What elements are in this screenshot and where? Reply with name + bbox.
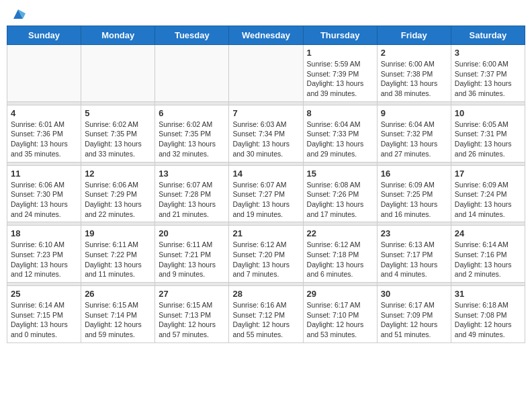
cell-info: Sunrise: 6:18 AM Sunset: 7:08 PM Dayligh…	[455, 300, 521, 340]
weekday-header: Tuesday	[155, 26, 229, 45]
cell-date-number: 28	[232, 289, 299, 299]
cell-date-number: 31	[455, 289, 521, 299]
calendar-cell: 23Sunrise: 6:13 AM Sunset: 7:17 PM Dayli…	[377, 226, 451, 283]
calendar-cell	[7, 45, 81, 102]
calendar-cell	[229, 45, 303, 102]
cell-info: Sunrise: 6:05 AM Sunset: 7:31 PM Dayligh…	[455, 120, 521, 159]
calendar-cell: 14Sunrise: 6:07 AM Sunset: 7:27 PM Dayli…	[229, 165, 303, 222]
cell-date-number: 24	[455, 228, 521, 238]
cell-info: Sunrise: 6:06 AM Sunset: 7:30 PM Dayligh…	[11, 180, 77, 220]
cell-date-number: 14	[232, 169, 299, 179]
calendar-cell: 7Sunrise: 6:03 AM Sunset: 7:34 PM Daylig…	[229, 105, 303, 162]
calendar-cell: 22Sunrise: 6:12 AM Sunset: 7:18 PM Dayli…	[303, 226, 377, 283]
calendar-cell: 20Sunrise: 6:11 AM Sunset: 7:21 PM Dayli…	[155, 226, 229, 283]
cell-info: Sunrise: 6:14 AM Sunset: 7:16 PM Dayligh…	[455, 240, 521, 279]
cell-date-number: 19	[85, 228, 151, 238]
cell-date-number: 7	[232, 108, 299, 118]
calendar-week-row: 1Sunrise: 5:59 AM Sunset: 7:39 PM Daylig…	[7, 45, 525, 102]
weekday-header: Saturday	[451, 26, 525, 45]
cell-info: Sunrise: 6:07 AM Sunset: 7:27 PM Dayligh…	[232, 180, 299, 220]
weekday-header: Thursday	[303, 26, 377, 45]
cell-info: Sunrise: 6:12 AM Sunset: 7:20 PM Dayligh…	[232, 240, 299, 279]
calendar-cell: 29Sunrise: 6:17 AM Sunset: 7:10 PM Dayli…	[303, 286, 377, 343]
calendar-cell: 27Sunrise: 6:15 AM Sunset: 7:13 PM Dayli…	[155, 286, 229, 343]
cell-info: Sunrise: 6:09 AM Sunset: 7:25 PM Dayligh…	[381, 180, 447, 220]
cell-info: Sunrise: 6:02 AM Sunset: 7:35 PM Dayligh…	[159, 120, 225, 159]
calendar-cell	[81, 45, 155, 102]
cell-info: Sunrise: 6:03 AM Sunset: 7:34 PM Dayligh…	[232, 120, 299, 159]
cell-info: Sunrise: 6:13 AM Sunset: 7:17 PM Dayligh…	[381, 240, 447, 279]
calendar-cell: 3Sunrise: 6:00 AM Sunset: 7:37 PM Daylig…	[451, 45, 525, 102]
cell-info: Sunrise: 6:02 AM Sunset: 7:35 PM Dayligh…	[85, 120, 151, 159]
calendar-header-row: SundayMondayTuesdayWednesdayThursdayFrid…	[7, 26, 525, 45]
cell-date-number: 30	[381, 289, 447, 299]
cell-date-number: 20	[159, 228, 225, 238]
cell-date-number: 26	[85, 289, 151, 299]
cell-date-number: 4	[11, 108, 77, 118]
calendar-cell: 30Sunrise: 6:17 AM Sunset: 7:09 PM Dayli…	[377, 286, 451, 343]
cell-date-number: 9	[381, 108, 447, 118]
cell-info: Sunrise: 6:06 AM Sunset: 7:29 PM Dayligh…	[85, 180, 151, 220]
cell-date-number: 13	[159, 169, 225, 179]
cell-info: Sunrise: 6:17 AM Sunset: 7:09 PM Dayligh…	[381, 300, 447, 340]
calendar-week-row: 18Sunrise: 6:10 AM Sunset: 7:23 PM Dayli…	[7, 226, 525, 283]
cell-info: Sunrise: 6:11 AM Sunset: 7:22 PM Dayligh…	[85, 240, 151, 279]
calendar-cell: 1Sunrise: 5:59 AM Sunset: 7:39 PM Daylig…	[303, 45, 377, 102]
page-header	[7, 7, 525, 20]
calendar-table: SundayMondayTuesdayWednesdayThursdayFrid…	[7, 26, 525, 343]
calendar-cell: 4Sunrise: 6:01 AM Sunset: 7:36 PM Daylig…	[7, 105, 81, 162]
calendar-cell: 26Sunrise: 6:15 AM Sunset: 7:14 PM Dayli…	[81, 286, 155, 343]
cell-date-number: 23	[381, 228, 447, 238]
cell-date-number: 27	[159, 289, 225, 299]
cell-date-number: 8	[307, 108, 373, 118]
cell-info: Sunrise: 6:12 AM Sunset: 7:18 PM Dayligh…	[307, 240, 373, 279]
calendar-week-row: 4Sunrise: 6:01 AM Sunset: 7:36 PM Daylig…	[7, 105, 525, 162]
cell-date-number: 16	[381, 169, 447, 179]
cell-date-number: 21	[232, 228, 299, 238]
calendar-cell: 31Sunrise: 6:18 AM Sunset: 7:08 PM Dayli…	[451, 286, 525, 343]
cell-info: Sunrise: 6:04 AM Sunset: 7:32 PM Dayligh…	[381, 120, 447, 159]
cell-info: Sunrise: 6:10 AM Sunset: 7:23 PM Dayligh…	[11, 240, 77, 279]
calendar-week-row: 11Sunrise: 6:06 AM Sunset: 7:30 PM Dayli…	[7, 165, 525, 222]
cell-info: Sunrise: 5:59 AM Sunset: 7:39 PM Dayligh…	[307, 59, 373, 99]
cell-info: Sunrise: 6:17 AM Sunset: 7:10 PM Dayligh…	[307, 300, 373, 340]
weekday-header: Monday	[81, 26, 155, 45]
calendar-cell: 16Sunrise: 6:09 AM Sunset: 7:25 PM Dayli…	[377, 165, 451, 222]
cell-date-number: 3	[455, 48, 521, 58]
calendar-cell: 25Sunrise: 6:14 AM Sunset: 7:15 PM Dayli…	[7, 286, 81, 343]
cell-date-number: 17	[455, 169, 521, 179]
cell-date-number: 25	[11, 289, 77, 299]
calendar-cell: 15Sunrise: 6:08 AM Sunset: 7:26 PM Dayli…	[303, 165, 377, 222]
calendar-cell	[155, 45, 229, 102]
cell-date-number: 18	[11, 228, 77, 238]
calendar-cell: 19Sunrise: 6:11 AM Sunset: 7:22 PM Dayli…	[81, 226, 155, 283]
cell-date-number: 1	[307, 48, 373, 58]
cell-info: Sunrise: 6:16 AM Sunset: 7:12 PM Dayligh…	[232, 300, 299, 340]
cell-date-number: 15	[307, 169, 373, 179]
cell-info: Sunrise: 6:15 AM Sunset: 7:14 PM Dayligh…	[85, 300, 151, 340]
cell-info: Sunrise: 6:07 AM Sunset: 7:28 PM Dayligh…	[159, 180, 225, 220]
cell-date-number: 11	[11, 169, 77, 179]
cell-info: Sunrise: 6:04 AM Sunset: 7:33 PM Dayligh…	[307, 120, 373, 159]
cell-info: Sunrise: 6:00 AM Sunset: 7:37 PM Dayligh…	[455, 59, 521, 99]
cell-info: Sunrise: 6:14 AM Sunset: 7:15 PM Dayligh…	[11, 300, 77, 340]
cell-info: Sunrise: 6:15 AM Sunset: 7:13 PM Dayligh…	[159, 300, 225, 340]
weekday-header: Friday	[377, 26, 451, 45]
calendar-cell: 8Sunrise: 6:04 AM Sunset: 7:33 PM Daylig…	[303, 105, 377, 162]
cell-date-number: 22	[307, 228, 373, 238]
calendar-cell: 13Sunrise: 6:07 AM Sunset: 7:28 PM Dayli…	[155, 165, 229, 222]
calendar-cell: 2Sunrise: 6:00 AM Sunset: 7:38 PM Daylig…	[377, 45, 451, 102]
cell-info: Sunrise: 6:00 AM Sunset: 7:38 PM Dayligh…	[381, 59, 447, 99]
calendar-cell: 28Sunrise: 6:16 AM Sunset: 7:12 PM Dayli…	[229, 286, 303, 343]
cell-info: Sunrise: 6:11 AM Sunset: 7:21 PM Dayligh…	[159, 240, 225, 279]
cell-date-number: 12	[85, 169, 151, 179]
cell-date-number: 29	[307, 289, 373, 299]
calendar-cell: 9Sunrise: 6:04 AM Sunset: 7:32 PM Daylig…	[377, 105, 451, 162]
cell-date-number: 5	[85, 108, 151, 118]
logo	[9, 7, 26, 20]
calendar-cell: 11Sunrise: 6:06 AM Sunset: 7:30 PM Dayli…	[7, 165, 81, 222]
calendar-cell: 18Sunrise: 6:10 AM Sunset: 7:23 PM Dayli…	[7, 226, 81, 283]
calendar-cell: 6Sunrise: 6:02 AM Sunset: 7:35 PM Daylig…	[155, 105, 229, 162]
cell-date-number: 2	[381, 48, 447, 58]
cell-info: Sunrise: 6:09 AM Sunset: 7:24 PM Dayligh…	[455, 180, 521, 220]
